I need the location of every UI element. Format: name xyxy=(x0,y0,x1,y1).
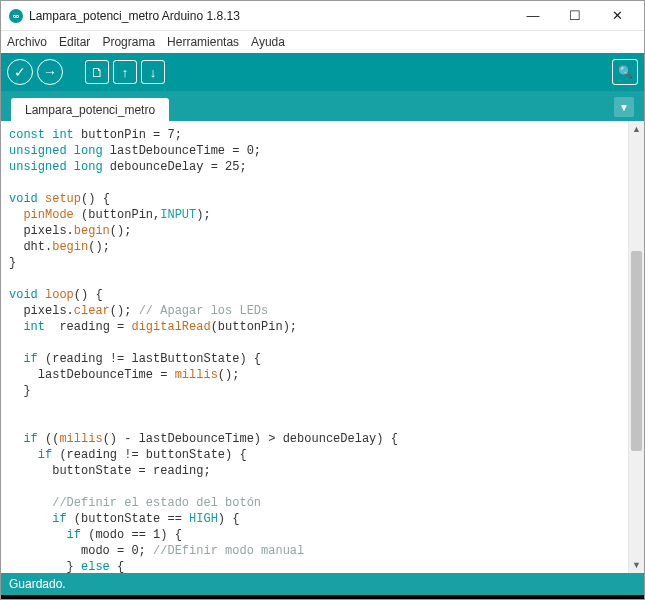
code-token: clear xyxy=(74,304,110,318)
status-bar: Guardado. xyxy=(1,573,644,595)
code-token: (); xyxy=(218,368,240,382)
code-token: unsigned xyxy=(9,160,67,174)
code-line: } xyxy=(9,384,31,398)
tab-menu-button[interactable]: ▼ xyxy=(614,97,634,117)
code-token: //Definir el estado del botón xyxy=(52,496,261,510)
editor-area: const int buttonPin = 7; unsigned long l… xyxy=(1,121,644,573)
tab-bar: Lampara_potenci_metro ▼ xyxy=(1,91,644,121)
code-token: pixels. xyxy=(9,224,74,238)
code-token: (buttonPin); xyxy=(211,320,297,334)
chevron-down-icon: ▼ xyxy=(619,102,629,113)
code-token: setup xyxy=(38,192,81,206)
code-token: digitalRead xyxy=(131,320,210,334)
code-token: long xyxy=(67,160,103,174)
code-token: { xyxy=(110,560,124,573)
code-token: (reading != lastButtonState) { xyxy=(38,352,261,366)
scroll-up-icon[interactable]: ▲ xyxy=(629,121,644,137)
app-logo-icon: ∞ xyxy=(9,9,23,23)
code-token: pinMode xyxy=(23,208,73,222)
code-token: millis xyxy=(175,368,218,382)
code-token: () { xyxy=(81,192,110,206)
code-token: millis xyxy=(59,432,102,446)
verify-button[interactable]: ✓ xyxy=(7,59,33,85)
menu-tools[interactable]: Herramientas xyxy=(167,35,239,49)
new-sketch-button[interactable]: 🗋 xyxy=(85,60,109,84)
file-icon: 🗋 xyxy=(91,65,104,80)
code-token: void xyxy=(9,192,38,206)
code-token: int xyxy=(45,128,74,142)
code-token: begin xyxy=(74,224,110,238)
console-area xyxy=(1,595,644,599)
toolbar: ✓ → 🗋 ↑ ↓ 🔍 xyxy=(1,53,644,91)
code-token xyxy=(9,448,38,462)
code-token xyxy=(9,496,52,510)
code-token: if xyxy=(23,432,37,446)
code-token: (buttonState == xyxy=(67,512,189,526)
code-token: pixels. xyxy=(9,304,74,318)
vertical-scrollbar[interactable]: ▲ ▼ xyxy=(628,121,644,573)
arrow-down-icon: ↓ xyxy=(150,65,157,80)
open-sketch-button[interactable]: ↑ xyxy=(113,60,137,84)
arrow-up-icon: ↑ xyxy=(122,65,129,80)
arrow-right-icon: → xyxy=(43,64,57,80)
upload-button[interactable]: → xyxy=(37,59,63,85)
code-token: (( xyxy=(38,432,60,446)
code-token: ); xyxy=(196,208,210,222)
menu-edit[interactable]: Editar xyxy=(59,35,90,49)
minimize-button[interactable]: — xyxy=(512,2,554,30)
code-token: () - lastDebounceTime) > debounceDelay) … xyxy=(103,432,398,446)
code-token: () { xyxy=(74,288,103,302)
code-token: // Apagar los LEDs xyxy=(139,304,269,318)
code-token: const xyxy=(9,128,45,142)
window-title: Lampara_potenci_metro Arduino 1.8.13 xyxy=(29,9,512,23)
status-text: Guardado. xyxy=(9,577,66,591)
code-token: ) { xyxy=(218,512,240,526)
scroll-down-icon[interactable]: ▼ xyxy=(629,557,644,573)
code-token: HIGH xyxy=(189,512,218,526)
code-token: INPUT xyxy=(160,208,196,222)
code-token xyxy=(9,352,23,366)
code-token: if xyxy=(23,352,37,366)
menu-bar: Archivo Editar Programa Herramientas Ayu… xyxy=(1,31,644,53)
code-token: if xyxy=(38,448,52,462)
code-token xyxy=(9,528,67,542)
code-token: loop xyxy=(38,288,74,302)
close-button[interactable]: ✕ xyxy=(596,2,638,30)
code-token: else xyxy=(81,560,110,573)
code-token: debounceDelay = 25; xyxy=(103,160,247,174)
code-token: dht. xyxy=(9,240,52,254)
code-token: (); xyxy=(110,304,139,318)
code-token: (reading != buttonState) { xyxy=(52,448,246,462)
menu-help[interactable]: Ayuda xyxy=(251,35,285,49)
code-token: (buttonPin, xyxy=(74,208,160,222)
code-token: void xyxy=(9,288,38,302)
menu-file[interactable]: Archivo xyxy=(7,35,47,49)
code-token xyxy=(9,512,52,526)
code-token: //DEfinir modo manual xyxy=(153,544,304,558)
tab-active[interactable]: Lampara_potenci_metro xyxy=(11,98,169,121)
scroll-thumb[interactable] xyxy=(631,251,642,451)
maximize-button[interactable]: ☐ xyxy=(554,2,596,30)
code-token: buttonPin = 7; xyxy=(74,128,182,142)
code-token: (modo == 1) { xyxy=(81,528,182,542)
code-token: (); xyxy=(88,240,110,254)
code-token: if xyxy=(52,512,66,526)
check-icon: ✓ xyxy=(14,64,26,80)
magnifier-icon: 🔍 xyxy=(618,65,633,79)
code-token: (); xyxy=(110,224,132,238)
code-token: lastDebounceTime = 0; xyxy=(103,144,261,158)
code-line: } xyxy=(9,256,16,270)
code-token xyxy=(9,208,23,222)
code-token: modo = 0; xyxy=(9,544,153,558)
code-token: reading = xyxy=(45,320,131,334)
code-token: lastDebounceTime = xyxy=(9,368,175,382)
code-token: int xyxy=(23,320,45,334)
save-sketch-button[interactable]: ↓ xyxy=(141,60,165,84)
menu-sketch[interactable]: Programa xyxy=(102,35,155,49)
code-token: begin xyxy=(52,240,88,254)
code-editor[interactable]: const int buttonPin = 7; unsigned long l… xyxy=(1,121,628,573)
code-token: unsigned xyxy=(9,144,67,158)
code-token: } xyxy=(9,560,81,573)
title-bar: ∞ Lampara_potenci_metro Arduino 1.8.13 —… xyxy=(1,1,644,31)
serial-monitor-button[interactable]: 🔍 xyxy=(612,59,638,85)
